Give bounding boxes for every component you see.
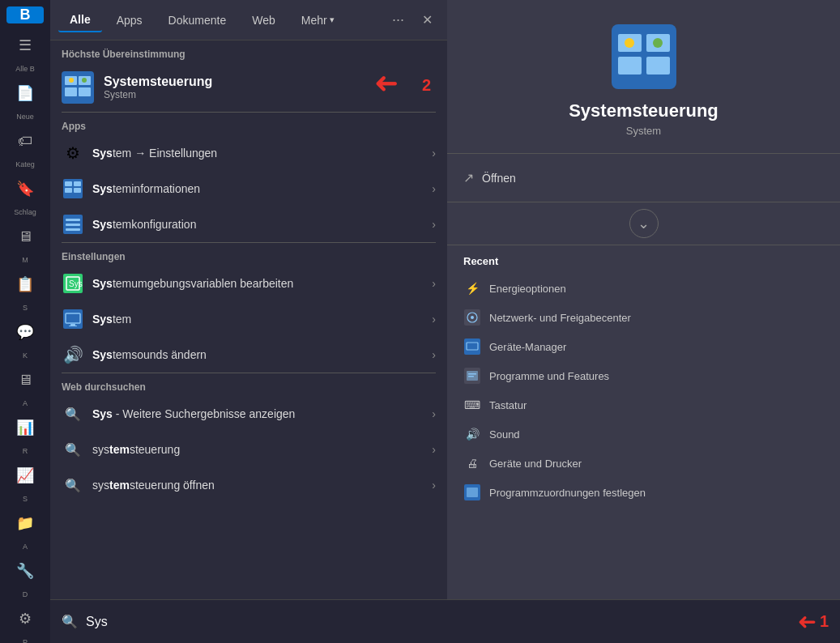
sidebar-item-m[interactable]: 🖥 M <box>6 219 44 264</box>
tab-web[interactable]: Web <box>241 9 287 32</box>
action-open[interactable]: ↗ Öffnen <box>463 164 824 192</box>
chevron-right-icon: › <box>432 182 436 195</box>
svg-rect-27 <box>646 57 670 75</box>
geraete-manager-label: Geräte-Manager <box>489 341 566 353</box>
chevron-right-icon: › <box>432 313 436 326</box>
svg-rect-14 <box>66 224 80 226</box>
svg-rect-10 <box>65 188 72 193</box>
apps-section-label: Apps <box>50 113 447 135</box>
svg-rect-21 <box>70 324 75 326</box>
best-match-section-label: Höchste Übereinstimmung <box>50 40 447 63</box>
sidebar-item-schlagworte[interactable]: 🔖 Schlag <box>6 172 44 216</box>
sidebar-item-s2[interactable]: 📈 S <box>6 458 44 503</box>
tab-dokumente[interactable]: Dokumente <box>157 9 238 32</box>
list-item-web-systemsteuerung-oeffnen[interactable]: 🔍 systemsteuerung öffnen › <box>50 467 447 503</box>
expand-button[interactable]: ⌄ <box>629 209 659 238</box>
chevron-down-icon: ▾ <box>330 15 335 25</box>
programme-label: Programme und Features <box>489 370 609 382</box>
tab-apps[interactable]: Apps <box>105 9 154 32</box>
search-panel: Alle Apps Dokumente Web Mehr ▾ ··· ✕ Höc… <box>50 0 840 599</box>
svg-point-5 <box>69 78 74 83</box>
svg-point-6 <box>82 78 87 83</box>
sidebar-item-k[interactable]: 💬 K <box>6 315 44 360</box>
best-match-text: Systemsteuerung System <box>104 75 212 100</box>
list-item-web-systemsteuerung[interactable]: 🔍 systemsteuerung › <box>50 432 447 467</box>
sidebar-item-a2[interactable]: 📁 A <box>6 506 44 551</box>
recent-item-geraete-drucker[interactable]: 🖨 Geräte und Drucker <box>463 449 824 478</box>
recent-item-programme[interactable]: Programme und Features <box>463 361 824 390</box>
system-label: System <box>92 313 424 326</box>
svg-rect-15 <box>66 228 80 231</box>
systemkonfiguration-icon <box>62 213 84 236</box>
close-icon[interactable]: ✕ <box>416 9 439 31</box>
recent-item-sound[interactable]: 🔊 Sound <box>463 419 824 449</box>
tastatur-icon: ⌨ <box>463 396 481 414</box>
web-section-label: Web durchsuchen <box>50 373 447 396</box>
annotation-1: 1 <box>820 612 829 631</box>
sidebar-item-s1[interactable]: 📋 S <box>6 267 44 312</box>
search-icon: 🔍 <box>62 614 78 629</box>
umgebungsvariablen-label: Systemumgebungsvariablen bearbeiten <box>92 277 424 290</box>
recent-item-tastatur[interactable]: ⌨ Tastatur <box>463 390 824 419</box>
sidebar-logo[interactable]: B <box>6 6 44 23</box>
sound-icon: 🔊 <box>62 343 84 366</box>
results-right: Systemsteuerung System ↗ Öffnen ⌄ Recent… <box>447 0 840 599</box>
search-box-bar: 🔍 ➜ 1 <box>50 599 840 643</box>
svg-rect-11 <box>74 188 81 193</box>
list-item-systemkonfiguration[interactable]: Systemkonfiguration › <box>50 207 447 242</box>
list-item-einstellungen[interactable]: ⚙ System → Einstellungen › <box>50 135 447 171</box>
programmzuordnungen-label: Programmzuordnungen festlegen <box>489 487 646 499</box>
svg-rect-37 <box>468 373 476 375</box>
sidebar: B ☰ Alle B 📄 Neue 🏷 Kateg 🔖 Schlag 🖥 M 📋… <box>0 0 50 643</box>
best-match-title: Systemsteuerung <box>104 75 212 89</box>
sidebar-item-a1[interactable]: 🖥 A <box>6 363 44 407</box>
right-panel-actions: ↗ Öffnen <box>447 154 840 202</box>
programmzuordnungen-icon <box>463 483 481 501</box>
main-panel: Alle Apps Dokumente Web Mehr ▾ ··· ✕ Höc… <box>50 0 840 643</box>
list-item-systemsounds[interactable]: 🔊 Systemsounds ändern › <box>50 337 447 373</box>
list-item-web-weitere[interactable]: 🔍 Sys - Weitere Suchergebnisse anzeigen … <box>50 396 447 432</box>
best-match-item[interactable]: Systemsteuerung System ➜ 2 <box>50 63 447 112</box>
search-web-icon: 🔍 <box>62 402 84 425</box>
list-item-umgebungsvariablen[interactable]: Sys Systemumgebungsvariablen bearbeiten … <box>50 266 447 301</box>
einstellungen-section-label: Einstellungen <box>50 243 447 266</box>
svg-rect-3 <box>65 87 77 96</box>
svg-point-32 <box>471 316 474 319</box>
right-panel-subtitle: System <box>626 125 661 137</box>
right-panel-top: Systemsteuerung System <box>447 0 840 154</box>
sound-label: Sound <box>489 428 520 441</box>
recent-item-geraete-manager[interactable]: Geräte-Manager <box>463 332 824 361</box>
svg-rect-38 <box>468 376 474 377</box>
recent-section-title: Recent <box>463 255 824 267</box>
chevron-right-icon: › <box>432 407 436 420</box>
systeminformationen-label: Systeminformationen <box>92 182 424 195</box>
list-item-systeminformationen[interactable]: Systeminformationen › <box>50 171 447 207</box>
sidebar-item-alle-b[interactable]: ☰ Alle B <box>6 28 44 73</box>
svg-rect-9 <box>74 181 81 186</box>
sidebar-item-r[interactable]: 📊 R <box>6 411 44 455</box>
recent-item-energieoptionen[interactable]: ⚡ Energieoptionen <box>463 274 824 303</box>
sidebar-item-kategorien[interactable]: 🏷 Kateg <box>6 124 44 168</box>
tab-mehr[interactable]: Mehr ▾ <box>290 9 346 32</box>
chevron-right-icon: › <box>432 218 436 231</box>
list-item-system[interactable]: System › <box>50 301 447 337</box>
more-options-icon[interactable]: ··· <box>386 8 411 32</box>
geraete-drucker-label: Geräte und Drucker <box>489 458 582 470</box>
recent-item-netzwerk[interactable]: Netzwerk- und Freigabecenter <box>463 303 824 332</box>
sidebar-item-d[interactable]: 🔧 D <box>6 554 44 598</box>
sidebar-item-p[interactable]: ⚙ P <box>6 602 44 643</box>
best-match-subtitle: System <box>104 89 212 100</box>
results-left: Alle Apps Dokumente Web Mehr ▾ ··· ✕ Höc… <box>50 0 447 599</box>
sound-recent-icon: 🔊 <box>463 425 481 443</box>
chevron-right-icon: › <box>432 479 436 492</box>
open-icon: ↗ <box>463 170 474 185</box>
chevron-right-icon: › <box>432 277 436 290</box>
svg-rect-40 <box>467 488 478 497</box>
sidebar-item-neue[interactable]: 📄 Neue <box>6 76 44 121</box>
tab-alle[interactable]: Alle <box>58 8 102 32</box>
search-web-icon-3: 🔍 <box>62 474 84 496</box>
recent-item-programmzuordnungen[interactable]: Programmzuordnungen festlegen <box>463 478 824 507</box>
svg-rect-4 <box>79 87 91 96</box>
search-web-icon-2: 🔍 <box>62 438 84 461</box>
search-input[interactable] <box>86 615 791 629</box>
